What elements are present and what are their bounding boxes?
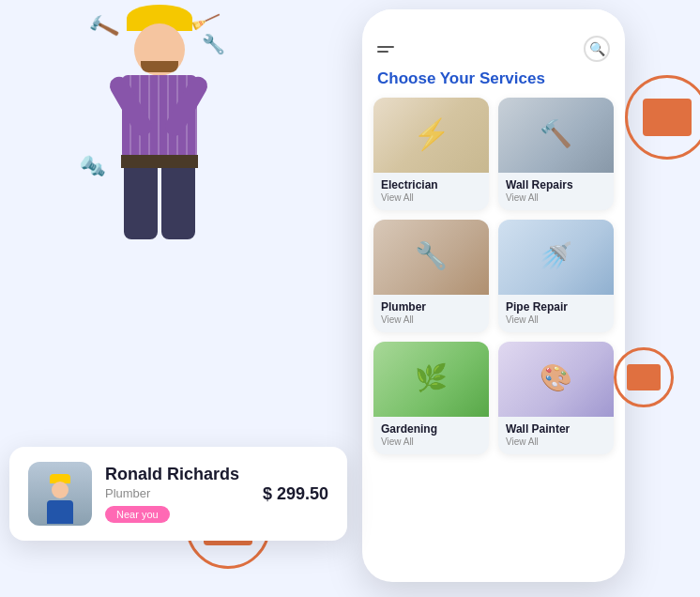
menu-line-1 <box>377 46 394 48</box>
service-card-gardening[interactable]: Gardening View All <box>373 342 489 454</box>
menu-line-2 <box>377 51 388 53</box>
worker-info: Ronald Richards Plumber Near you <box>105 465 250 523</box>
avatar-head <box>52 482 68 498</box>
phone-mockup: 🔍 Choose Your Services Electrician View … <box>362 9 625 582</box>
service-name-electrician: Electrician <box>381 178 481 191</box>
service-info-plumber: Plumber View All <box>373 295 489 332</box>
service-link-wall-repairs[interactable]: View All <box>506 192 606 203</box>
worker-role: Plumber <box>105 486 250 500</box>
service-info-gardening: Gardening View All <box>373 417 489 454</box>
phone-header: 🔍 <box>362 28 625 69</box>
wrench-icon: 🔧 <box>202 33 225 55</box>
service-link-electrician[interactable]: View All <box>381 192 481 203</box>
service-card-plumber[interactable]: Plumber View All <box>373 220 489 332</box>
belt <box>121 155 198 168</box>
service-card-electrician[interactable]: Electrician View All <box>373 98 489 210</box>
search-icon[interactable]: 🔍 <box>584 36 610 62</box>
services-title: Choose Your Services <box>362 69 625 98</box>
service-info-faucet: Pipe Repair View All <box>498 295 614 332</box>
service-card-wall-painter[interactable]: Wall Painter View All <box>498 342 614 454</box>
service-card-faucet[interactable]: Pipe Repair View All <box>498 220 614 332</box>
service-image-wall-repairs <box>498 98 614 173</box>
deco-circle-top-right <box>625 75 700 160</box>
deco-rect-top <box>643 99 692 136</box>
service-link-faucet[interactable]: View All <box>506 314 606 325</box>
deco-rect-mid <box>627 364 661 390</box>
worker-avatar <box>28 462 92 526</box>
service-info-wall-repairs: Wall Repairs View All <box>498 173 614 210</box>
hammer-icon: 🔨 <box>85 10 121 45</box>
handyman-illustration: 🔨 🧹 🔧 🔩 <box>28 5 291 338</box>
service-info-electrician: Electrician View All <box>373 173 489 210</box>
pants-right <box>161 164 195 239</box>
pants-left <box>124 164 158 239</box>
service-image-electrician <box>373 98 489 173</box>
service-card-wall-repairs[interactable]: Wall Repairs View All <box>498 98 614 210</box>
service-name-wall-repairs: Wall Repairs <box>506 178 606 191</box>
avatar-body <box>47 500 73 524</box>
service-name-faucet: Pipe Repair <box>506 300 606 314</box>
drill-icon: 🔩 <box>78 153 107 181</box>
status-bar <box>362 9 625 28</box>
service-link-wall-painter[interactable]: View All <box>506 436 606 447</box>
service-name-wall-painter: Wall Painter <box>506 422 606 436</box>
worker-price: $ 299.50 <box>263 484 328 504</box>
service-link-gardening[interactable]: View All <box>381 436 481 447</box>
service-image-faucet <box>498 220 614 295</box>
service-info-wall-painter: Wall Painter View All <box>498 417 614 454</box>
service-name-gardening: Gardening <box>381 422 481 436</box>
services-grid: Electrician View All Wall Repairs View A… <box>362 98 625 454</box>
worker-card[interactable]: Ronald Richards Plumber Near you $ 299.5… <box>9 447 347 541</box>
menu-icon[interactable] <box>377 46 394 53</box>
service-name-plumber: Plumber <box>381 300 481 314</box>
beard <box>141 61 178 72</box>
service-image-wall-painter <box>498 342 614 417</box>
service-image-plumber <box>373 220 489 295</box>
deco-circle-mid-right <box>614 347 674 407</box>
service-image-gardening <box>373 342 489 417</box>
service-link-plumber[interactable]: View All <box>381 314 481 325</box>
worker-name: Ronald Richards <box>105 465 250 484</box>
near-you-badge[interactable]: Near you <box>105 506 170 523</box>
